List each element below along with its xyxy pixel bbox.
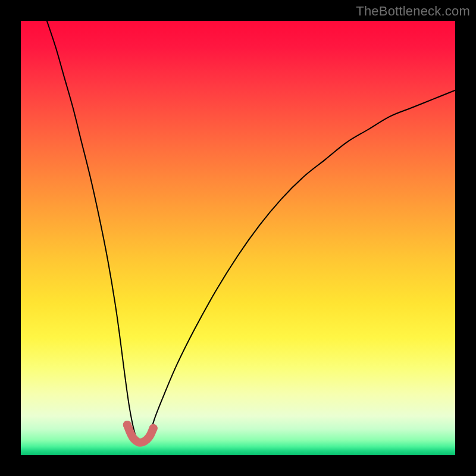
chart-frame: TheBottleneck.com [0,0,476,476]
chart-plot-area [21,21,455,455]
bottleneck-curve-path [47,21,455,443]
highlight-stub-dot-right [149,424,158,433]
highlight-stub-dot-left [123,421,131,429]
chart-svg [21,21,455,455]
watermark-text: TheBottleneck.com [356,4,470,19]
